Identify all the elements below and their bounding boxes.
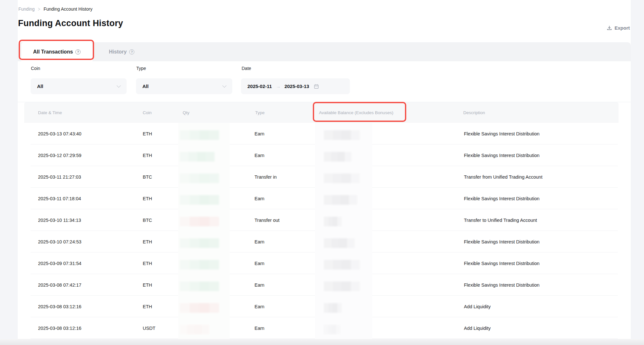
mask-tile xyxy=(190,195,200,205)
mask-tile xyxy=(333,303,337,313)
mask-tile xyxy=(333,217,337,226)
mask-tile xyxy=(337,217,342,226)
coin-select[interactable]: All xyxy=(31,78,127,94)
export-button[interactable]: Export xyxy=(607,25,630,31)
masked-qty-value xyxy=(180,195,219,205)
table-row: 2025-03-11 07:18:04ETHEarnFlexible Savin… xyxy=(0,188,644,209)
mask-tile xyxy=(180,195,190,205)
cell-datetime: 2025-03-11 21:27:03 xyxy=(38,166,81,188)
mask-tile xyxy=(351,173,360,183)
masked-qty-value xyxy=(180,325,209,334)
cell-datetime: 2025-03-13 07:43:40 xyxy=(38,123,82,144)
table-row: 2025-03-13 07:43:40ETHEarnFlexible Savin… xyxy=(0,123,644,144)
mask-tile xyxy=(351,130,360,140)
tab-history[interactable]: History ? xyxy=(104,42,139,61)
masked-balance-value xyxy=(324,173,360,183)
mask-tile xyxy=(199,173,209,183)
mask-tile xyxy=(180,303,190,313)
cell-datetime: 2025-03-08 03:12:16 xyxy=(38,296,82,317)
mask-tile xyxy=(197,152,206,162)
cell-coin: ETH xyxy=(143,188,152,209)
help-icon[interactable]: ? xyxy=(75,49,81,54)
mask-tile xyxy=(324,217,328,226)
mask-tile xyxy=(332,238,339,248)
breadcrumb-funding-link[interactable]: Funding xyxy=(18,6,35,12)
cell-description: Add Liquidity xyxy=(464,296,491,317)
cell-description: Flexible Savings Interest Distribution xyxy=(464,123,540,144)
cell-description: Transfer to Unified Trading Account xyxy=(464,209,537,231)
mask-tile xyxy=(324,325,328,334)
masked-qty-value xyxy=(180,260,219,270)
masked-qty-value xyxy=(180,303,219,313)
cell-coin: ETH xyxy=(143,252,152,274)
cell-description: Flexible Savings Interest Distribution xyxy=(464,144,540,166)
mask-tile xyxy=(190,130,200,140)
mask-tile xyxy=(332,325,336,334)
mask-tile xyxy=(202,325,209,334)
date-range-picker[interactable]: 2025-02-11 → 2025-03-13 xyxy=(241,78,350,94)
masked-qty-value xyxy=(180,281,219,291)
mask-tile xyxy=(324,238,332,248)
date-range-arrow-icon: → xyxy=(276,84,281,89)
mask-tile xyxy=(199,281,209,291)
calendar-icon xyxy=(314,84,319,89)
column-header-available-balance: Available Balance (Excludes Bonuses) xyxy=(319,102,393,123)
breadcrumb-chevron-icon: > xyxy=(38,6,41,12)
cell-type: Transfer in xyxy=(255,166,277,188)
mask-tile xyxy=(332,195,341,205)
mask-tile xyxy=(324,303,328,313)
mask-tile xyxy=(324,260,333,270)
breadcrumb: Funding > Funding Account History xyxy=(18,6,92,12)
mask-tile xyxy=(351,281,360,291)
tab-all-transactions-label: All Transactions xyxy=(33,49,73,55)
mask-tile xyxy=(209,173,219,183)
table-row: 2025-03-08 03:12:16USDTEarnAdd Liquidity xyxy=(0,317,644,339)
cell-type: Earn xyxy=(255,231,264,252)
mask-tile xyxy=(180,281,190,291)
mask-tile xyxy=(337,303,342,313)
mask-tile xyxy=(188,152,197,162)
column-header-qty: Qty xyxy=(183,102,189,123)
cell-datetime: 2025-03-09 07:31:54 xyxy=(38,252,82,274)
masked-balance-value xyxy=(324,303,342,313)
mask-tile xyxy=(328,325,332,334)
cell-datetime: 2025-03-08 07:42:17 xyxy=(38,274,82,296)
cell-type: Earn xyxy=(255,274,264,296)
cell-coin: BTC xyxy=(143,209,152,231)
column-header-type: Type xyxy=(255,102,264,123)
cell-datetime: 2025-03-10 07:24:53 xyxy=(38,231,82,252)
tab-all-transactions[interactable]: All Transactions ? xyxy=(21,42,92,61)
cell-datetime: 2025-03-08 03:12:16 xyxy=(38,317,82,339)
mask-tile xyxy=(338,152,345,162)
type-select[interactable]: All xyxy=(136,78,232,94)
cell-description: Transfer from Unified Trading Account xyxy=(464,166,543,188)
mask-tile xyxy=(180,152,188,162)
export-label: Export xyxy=(614,25,630,31)
mask-tile xyxy=(209,238,219,248)
table-row: 2025-03-10 07:24:53ETHEarnFlexible Savin… xyxy=(0,231,644,252)
masked-balance-value xyxy=(324,260,360,270)
type-select-value: All xyxy=(142,84,149,89)
cell-description: Flexible Savings Interest Distribution xyxy=(464,274,540,296)
date-end-value: 2025-03-13 xyxy=(284,84,309,89)
table-row: 2025-03-10 11:34:13BTCTransfer outTransf… xyxy=(0,209,644,231)
table-header-row: Date & Time Coin Qty Type Available Bala… xyxy=(24,102,619,123)
cell-type: Earn xyxy=(255,296,264,317)
mask-tile xyxy=(333,173,342,183)
mask-tile xyxy=(209,217,219,226)
masked-balance-value xyxy=(324,325,341,334)
mask-tile xyxy=(190,281,200,291)
mask-tile xyxy=(342,281,351,291)
mask-tile xyxy=(206,152,215,162)
mask-tile xyxy=(190,238,200,248)
help-icon[interactable]: ? xyxy=(129,49,134,54)
mask-tile xyxy=(209,195,219,205)
cell-type: Transfer out xyxy=(255,209,280,231)
mask-tile xyxy=(324,281,333,291)
mask-tile xyxy=(336,325,341,334)
masked-balance-value xyxy=(324,130,360,140)
mask-tile xyxy=(342,130,351,140)
mask-tile xyxy=(187,325,195,334)
mask-tile xyxy=(190,260,200,270)
masked-balance-value xyxy=(324,281,360,291)
